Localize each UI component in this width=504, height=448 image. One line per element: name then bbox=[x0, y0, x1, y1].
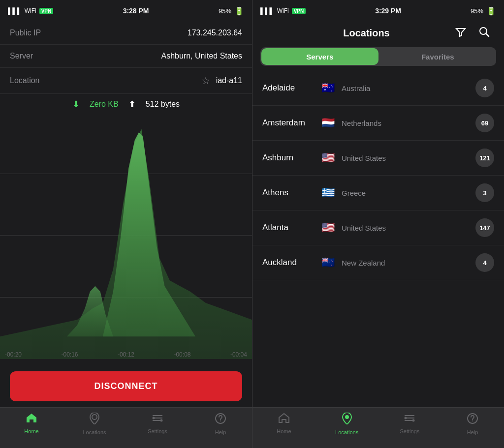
country-atlanta: United States bbox=[342, 224, 475, 232]
flag-us-atlanta: 🇺🇸 bbox=[321, 221, 335, 234]
disconnect-button[interactable]: DISCONNECT bbox=[10, 371, 242, 401]
left-status-bar: ▌▌▌ WiFi VPN 3:28 PM 95% 🔋 bbox=[0, 0, 252, 22]
left-bottom-nav: Home Locations Settings bbox=[0, 407, 252, 448]
location-item-athens[interactable]: Athens 🇬🇷 Greece 3 bbox=[252, 176, 504, 210]
flag-us-ashburn: 🇺🇸 bbox=[321, 151, 335, 164]
left-nav-settings[interactable]: Settings bbox=[126, 413, 189, 434]
wifi-icon: WiFi bbox=[25, 7, 36, 14]
right-settings-label: Settings bbox=[400, 428, 420, 434]
flag-container-athens: 🇬🇷 Greece bbox=[321, 186, 475, 199]
right-wifi-icon: WiFi bbox=[277, 7, 289, 14]
flag-netherlands: 🇳🇱 bbox=[321, 117, 335, 129]
upload-arrow-icon: ⬆ bbox=[128, 99, 136, 110]
location-item-amsterdam[interactable]: Amsterdam 🇳🇱 Netherlands 69 bbox=[252, 106, 504, 141]
chart-svg bbox=[0, 112, 252, 359]
server-row: Server Ashburn, United States bbox=[0, 45, 252, 68]
flag-nz: 🇳🇿 bbox=[321, 256, 335, 269]
right-help-label: Help bbox=[467, 429, 478, 435]
right-home-label: Home bbox=[277, 428, 291, 434]
svg-point-3 bbox=[92, 415, 97, 419]
city-atlanta: Atlanta bbox=[262, 223, 321, 233]
left-nav-help[interactable]: Help bbox=[189, 413, 252, 435]
server-label: Server bbox=[10, 52, 33, 60]
right-home-icon bbox=[278, 413, 290, 426]
right-nav-home[interactable]: Home bbox=[252, 413, 315, 434]
location-item-adelaide[interactable]: Adelaide 🇦🇺 Australia 4 bbox=[252, 71, 504, 106]
right-signal-bars-icon: ▌▌▌ bbox=[260, 7, 274, 15]
right-title: Locations bbox=[282, 28, 451, 39]
flag-container-adelaide: 🇦🇺 Australia bbox=[321, 82, 475, 94]
download-arrow-icon: ⬇ bbox=[72, 99, 80, 110]
flag-container-ashburn: 🇺🇸 United States bbox=[321, 151, 475, 164]
left-status-left: ▌▌▌ WiFi VPN bbox=[8, 7, 53, 15]
vpn-badge: VPN bbox=[39, 8, 54, 14]
server-count-atlanta: 147 bbox=[475, 218, 494, 237]
search-icon[interactable] bbox=[474, 27, 494, 40]
chart-stats: ⬇ Zero KB ⬆ 512 bytes bbox=[0, 94, 252, 112]
svg-point-20 bbox=[472, 420, 473, 421]
download-stat: Zero KB bbox=[90, 100, 119, 109]
country-ashburn: United States bbox=[342, 154, 475, 162]
left-status-right: 95% 🔋 bbox=[219, 6, 244, 16]
left-settings-label: Settings bbox=[148, 428, 167, 434]
location-right: ☆ iad-a11 bbox=[201, 75, 242, 87]
svg-point-18 bbox=[412, 419, 415, 422]
location-item-auckland[interactable]: Auckland 🇳🇿 New Zealand 4 bbox=[252, 245, 504, 280]
city-athens: Athens bbox=[262, 188, 321, 198]
flag-container-amsterdam: 🇳🇱 Netherlands bbox=[321, 117, 475, 129]
filter-icon[interactable] bbox=[451, 27, 471, 40]
left-nav-locations[interactable]: Locations bbox=[63, 413, 126, 435]
right-bottom-nav: Home Locations Settings bbox=[252, 407, 504, 448]
svg-point-8 bbox=[160, 419, 163, 422]
header-icons bbox=[451, 27, 494, 40]
right-help-icon bbox=[467, 413, 478, 427]
public-ip-label: Public IP bbox=[10, 29, 41, 37]
location-item-ashburn[interactable]: Ashburn 🇺🇸 United States 121 bbox=[252, 141, 504, 176]
star-icon[interactable]: ☆ bbox=[201, 75, 210, 87]
chart-container: -00:20 -00:16 -00:12 -00:08 -00:04 bbox=[0, 112, 252, 359]
location-label: Location bbox=[10, 76, 40, 85]
left-panel: ▌▌▌ WiFi VPN 3:28 PM 95% 🔋 Public IP 173… bbox=[0, 0, 252, 448]
country-auckland: New Zealand bbox=[342, 259, 475, 267]
left-help-label: Help bbox=[215, 429, 226, 435]
right-nav-help[interactable]: Help bbox=[441, 413, 504, 435]
location-item-atlanta[interactable]: Atlanta 🇺🇸 United States 147 bbox=[252, 210, 504, 245]
time-label-5: -00:04 bbox=[230, 351, 247, 358]
city-amsterdam: Amsterdam bbox=[262, 118, 321, 128]
flag-australia: 🇦🇺 bbox=[321, 82, 335, 94]
left-help-icon bbox=[215, 413, 226, 427]
right-settings-icon bbox=[404, 413, 415, 426]
right-nav-locations[interactable]: Locations bbox=[315, 413, 378, 435]
upload-stat: 512 bytes bbox=[146, 100, 180, 109]
tab-favorites-label: Favorites bbox=[421, 53, 454, 61]
svg-point-13 bbox=[345, 415, 349, 419]
country-athens: Greece bbox=[342, 189, 475, 197]
time-label-2: -00:16 bbox=[61, 351, 78, 358]
tab-favorites[interactable]: Favorites bbox=[379, 47, 497, 66]
city-auckland: Auckland bbox=[262, 258, 321, 268]
left-time: 3:28 PM bbox=[123, 7, 149, 15]
country-adelaide: Australia bbox=[342, 84, 475, 92]
server-count-athens: 3 bbox=[475, 183, 494, 202]
left-home-icon bbox=[26, 413, 37, 426]
right-time: 3:29 PM bbox=[375, 7, 401, 15]
signal-bars-icon: ▌▌▌ bbox=[8, 7, 22, 15]
left-nav-home[interactable]: Home bbox=[0, 413, 63, 434]
server-count-amsterdam: 69 bbox=[475, 114, 494, 132]
svg-point-7 bbox=[153, 417, 155, 419]
location-value: iad-a11 bbox=[216, 76, 242, 85]
left-home-label: Home bbox=[24, 428, 38, 434]
time-label-1: -00:20 bbox=[5, 351, 22, 358]
right-nav-settings[interactable]: Settings bbox=[378, 413, 441, 434]
locations-list: Adelaide 🇦🇺 Australia 4 Amsterdam 🇳🇱 Net… bbox=[252, 71, 504, 407]
right-panel: ▌▌▌ WiFi VPN 3:29 PM 95% 🔋 Locations bbox=[252, 0, 504, 448]
city-ashburn: Ashburn bbox=[262, 153, 321, 163]
left-locations-icon bbox=[89, 413, 100, 427]
public-ip-row: Public IP 173.245.203.64 bbox=[0, 22, 252, 45]
svg-point-17 bbox=[405, 417, 407, 419]
left-settings-icon bbox=[152, 413, 163, 426]
tab-servers[interactable]: Servers bbox=[261, 48, 378, 65]
right-battery-icon: 🔋 bbox=[486, 6, 496, 16]
country-amsterdam: Netherlands bbox=[342, 119, 475, 127]
flag-container-atlanta: 🇺🇸 United States bbox=[321, 221, 475, 234]
